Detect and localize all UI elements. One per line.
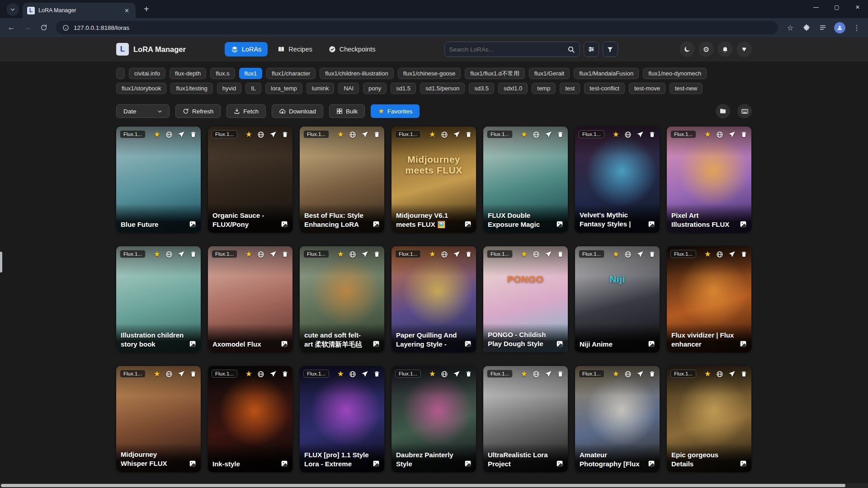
globe-icon[interactable] (533, 131, 540, 138)
search-icon[interactable] (567, 46, 575, 53)
trash-icon[interactable] (741, 251, 747, 258)
extensions-puzzle-icon[interactable] (800, 21, 813, 34)
trash-icon[interactable] (649, 371, 656, 377)
globe-icon[interactable] (257, 131, 264, 138)
favorite-star-icon[interactable]: ★ (521, 370, 528, 378)
send-icon[interactable] (728, 131, 736, 138)
image-icon[interactable] (464, 460, 472, 467)
send-icon[interactable] (637, 371, 644, 378)
trash-icon[interactable] (649, 131, 656, 138)
lora-card[interactable]: Flux.1... ★ Pixel Art Illustrations FLUX (667, 127, 751, 233)
folder-tag[interactable]: test-move (629, 83, 665, 94)
url-bar[interactable]: 127.0.0.1:8188/loras (56, 21, 778, 34)
filter-funnel-icon[interactable] (603, 42, 618, 57)
folder-tag[interactable]: NAI (338, 83, 359, 94)
lora-card[interactable]: Flux.1... ★ Best of Flux: Style Enhancin… (300, 127, 384, 233)
globe-icon[interactable] (716, 371, 723, 378)
globe-icon[interactable] (165, 131, 173, 138)
folder-tag[interactable]: lora_temp (265, 83, 302, 94)
nav-tab-checkpoints[interactable]: Checkpoints (322, 42, 382, 56)
image-icon[interactable] (464, 340, 472, 347)
send-icon[interactable] (545, 371, 552, 378)
favorite-star-icon[interactable]: ★ (704, 370, 711, 378)
folder-tag[interactable]: test (560, 83, 580, 94)
tab-close-icon[interactable]: ✕ (123, 6, 131, 15)
image-icon[interactable] (556, 221, 563, 228)
lora-card[interactable]: Flux.1... ★ UltraRealistic Lora Project (483, 366, 568, 472)
send-icon[interactable] (361, 131, 368, 138)
send-icon[interactable] (453, 371, 460, 378)
trash-icon[interactable] (465, 251, 472, 258)
lora-card[interactable]: Flux.1... ★ Epic gorgeous Details (667, 366, 751, 472)
globe-icon[interactable] (533, 371, 540, 378)
window-close-button[interactable]: ✕ (847, 0, 868, 14)
left-scroll-handle[interactable] (0, 252, 2, 272)
fetch-button[interactable]: Fetch (226, 104, 266, 118)
site-info-icon[interactable] (62, 24, 69, 31)
profile-avatar[interactable] (834, 22, 845, 33)
horizontal-scrollbar[interactable] (0, 483, 868, 488)
trash-icon[interactable] (373, 251, 380, 258)
globe-icon[interactable] (624, 371, 632, 378)
image-icon[interactable] (189, 340, 196, 347)
folder-tag[interactable]: sdxl1.0 (498, 83, 528, 94)
lora-card[interactable]: Flux.1... ★ Daubrez Painterly Style (392, 366, 476, 472)
browser-menu-icon[interactable]: ⋮ (850, 21, 863, 34)
lora-card[interactable]: Flux.1... ★ Midjourney Whisper FLUX LoRA (116, 366, 201, 472)
send-icon[interactable] (637, 251, 644, 258)
image-icon[interactable] (281, 340, 288, 347)
refresh-button[interactable]: Refresh (175, 104, 221, 118)
lora-card[interactable]: Flux.1... ★ Amateur Photography [Flux (575, 366, 660, 472)
forward-icon[interactable]: → (21, 21, 34, 34)
folder-tag[interactable]: hyvid (217, 83, 241, 94)
send-icon[interactable] (453, 251, 460, 258)
globe-icon[interactable] (716, 131, 723, 138)
new-tab-button[interactable]: + (141, 4, 152, 14)
image-icon[interactable] (373, 340, 380, 347)
folder-tag[interactable]: flux1/testing (170, 83, 212, 94)
favorite-star-icon[interactable]: ★ (429, 370, 436, 378)
image-icon[interactable] (740, 221, 747, 228)
trash-icon[interactable] (741, 131, 747, 138)
folder-tag[interactable]: sd1.5 (391, 83, 416, 94)
image-icon[interactable] (281, 221, 288, 228)
folder-tag[interactable]: flux1/Geralt (529, 68, 570, 79)
folder-tag[interactable]: test-conflict (584, 83, 625, 94)
favorite-star-icon[interactable]: ★ (337, 370, 344, 378)
lora-card[interactable]: Flux.1... ★ cute and soft felt-art 柔软清新羊… (300, 246, 384, 352)
lora-card[interactable]: Niji Flux.1... ★ Niji Anime (575, 246, 660, 352)
lora-card[interactable]: Flux.1... ★ Axomodel Flux (208, 246, 292, 352)
favorite-star-icon[interactable]: ★ (429, 131, 436, 138)
sort-select[interactable]: Date (116, 104, 170, 118)
trash-icon[interactable] (282, 371, 288, 377)
folder-tag[interactable]: lumink (307, 83, 335, 94)
lora-card[interactable]: Flux.1... ★ Ink-style (208, 366, 292, 472)
trash-icon[interactable] (373, 131, 380, 138)
lora-card[interactable]: Flux.1... ★ FLUX [pro] 1.1 Style Lora - … (300, 366, 384, 472)
lora-card[interactable]: Flux.1... ★ FLUX Double Exposure Magic (483, 127, 568, 233)
send-icon[interactable] (178, 251, 185, 258)
globe-icon[interactable] (349, 251, 356, 258)
theme-moon-icon[interactable] (679, 42, 695, 57)
folder-icon[interactable] (716, 104, 730, 118)
globe-icon[interactable] (441, 251, 448, 258)
folder-tag[interactable]: test-new (670, 83, 703, 94)
search-options-sliders-icon[interactable] (584, 42, 599, 57)
send-icon[interactable] (545, 131, 552, 138)
nav-tab-loras[interactable]: LoRAs (225, 42, 268, 56)
notifications-bell-icon[interactable] (717, 42, 733, 57)
settings-gear-icon[interactable]: ⚙ (698, 42, 714, 57)
folder-tag[interactable]: sd3.5 (469, 83, 494, 94)
lora-card[interactable]: Midjourney meets FLUX Flux.1... ★ Midjou… (392, 127, 476, 233)
globe-icon[interactable] (624, 131, 632, 138)
trash-icon[interactable] (282, 251, 288, 258)
image-icon[interactable] (648, 221, 655, 228)
globe-icon[interactable] (257, 251, 264, 258)
trash-icon[interactable] (373, 371, 380, 377)
favorites-filter-button[interactable]: ★ Favorites (371, 104, 420, 118)
image-icon[interactable] (740, 460, 747, 467)
globe-icon[interactable] (165, 251, 173, 258)
lora-card[interactable]: Flux.1... ★ Velvet's Mythic Fantasy Styl… (575, 127, 660, 233)
folder-tag[interactable]: flux1/MandalaFusion (574, 68, 639, 79)
favorite-star-icon[interactable]: ★ (613, 370, 619, 378)
